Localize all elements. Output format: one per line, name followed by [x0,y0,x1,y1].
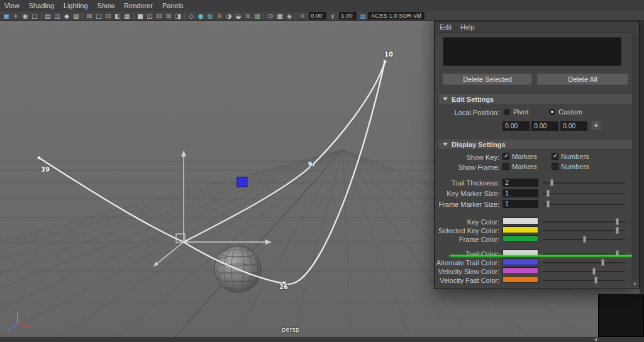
track-tool-icon[interactable]: + [11,12,20,20]
menu-renderer[interactable]: Renderer [124,2,153,9]
view-transform-icon[interactable]: ▦ [358,12,367,20]
shadows-icon[interactable]: ◑ [225,12,233,20]
color-label: Trail Color: [435,250,499,258]
trail-key-number: 39 [41,166,50,173]
select-tool-icon[interactable]: ▣ [2,12,11,20]
toolbar-separator [82,13,83,19]
dolly-tool-icon[interactable]: □ [30,12,39,20]
axis-orientation-gizmo [8,312,30,330]
trail-key-number: 10 [384,51,393,58]
color-label: Key Color: [435,218,499,226]
trail-key-number: 26 [279,284,288,290]
color-swatch[interactable] [502,235,538,242]
color-slider-track[interactable] [543,218,625,226]
color-settings: Key Color:Selected Key Color:Frame Color… [435,9,639,289]
motion-trail-editor-window: Motion Trail Editor — □ ✕ Edit Help Dele… [434,9,640,289]
editor-scrollbar[interactable] [632,35,638,280]
menu-shading[interactable]: Shading [29,2,54,9]
textured-icon[interactable]: ◍ [206,12,214,20]
xray-icon[interactable]: ▩ [275,12,284,20]
trail-key-marker[interactable] [38,157,40,159]
color-swatch[interactable] [502,267,538,274]
exposure-field[interactable]: 0.00 [309,12,326,19]
manipulator-y-arrow-icon[interactable] [181,150,186,157]
gamma-field[interactable]: 1.00 [339,12,357,19]
trail-key-number: 9 [308,161,313,168]
color-slider-handle[interactable] [583,236,586,243]
image-plane-icon[interactable]: ▧ [72,12,80,20]
manipulator-z-arrow-icon[interactable] [153,262,158,267]
camera-icon[interactable]: ▤ [43,12,52,20]
camera-label: persp [282,326,299,333]
color-swatch[interactable] [502,276,538,283]
panel-toolbar: ▣+◉□▤◫◆▧⊞□⊡◧▦■◫⊟⊞◨◇●◍☼◑◒≋▨⊙▩◈☼0.00γ1.00▦… [0,11,644,21]
menu-panels[interactable]: Panels [162,2,184,9]
layout-outliner-persp-icon[interactable]: ◨ [174,12,182,20]
screen-space-ao-icon[interactable]: ◒ [234,12,243,20]
use-all-lights-icon[interactable]: ☼ [215,12,224,20]
motion-trail[interactable] [38,60,386,284]
color-row: Key Color: [435,218,639,226]
toolbar-separator [133,13,134,19]
secondary-panel [598,294,644,337]
manipulator-x-arrow-icon[interactable] [265,240,272,245]
motion-blur-icon[interactable]: ≋ [243,12,252,20]
layout-two-panes-stacked-icon[interactable]: ⊟ [155,12,164,20]
color-swatch[interactable] [502,258,538,265]
camera-bookmark-icon[interactable]: ◆ [62,12,71,20]
color-slider-handle[interactable] [616,218,619,225]
color-swatch[interactable] [502,218,538,224]
selected-key-cube[interactable] [237,177,247,187]
color-slider-handle[interactable] [592,268,596,275]
color-row: Selected Key Color: [435,226,639,235]
layout-two-panes-side-icon[interactable]: ◫ [145,12,154,20]
gate-mask-icon[interactable]: ◧ [113,12,122,20]
tumble-tool-icon[interactable]: ◉ [21,12,30,20]
color-slider-track[interactable] [543,267,625,275]
film-gate-icon[interactable]: □ [94,12,103,20]
right-edge-strip [640,21,644,337]
toolbar-separator [296,13,296,19]
color-slider-track[interactable] [543,258,625,267]
color-row: Velocity Fast Color: [435,276,639,285]
color-row: Alternate Trail Color: [435,258,639,267]
color-swatch[interactable] [502,226,538,233]
color-slider-track[interactable] [543,235,625,243]
layout-single-pane-icon[interactable]: ■ [136,12,145,20]
color-row: Trail Color: [435,250,639,258]
grid-icon[interactable]: ⊞ [85,12,94,20]
layout-four-panes-icon[interactable]: ⊞ [164,12,173,20]
color-label: Selected Key Color: [435,226,499,234]
menu-view[interactable]: View [4,2,19,9]
motion-trail-path[interactable] [184,62,385,284]
color-slider-handle[interactable] [616,227,619,234]
wireframe-icon[interactable]: ◇ [187,12,196,20]
bottom-scroll-bar[interactable]: ◀ [0,337,644,342]
toolbar-separator [264,13,264,19]
isolate-select-icon[interactable]: ⊙ [266,12,275,20]
exposure-icon[interactable]: ☼ [298,12,307,20]
scroll-left-icon[interactable]: ◀ [594,337,597,342]
gamma-icon[interactable]: γ [328,12,337,20]
field-chart-icon[interactable]: ▦ [123,12,131,20]
color-label: Frame Color: [435,235,499,243]
trail-color-highlight-line [450,255,635,256]
maya-window: View Shading Lighting Show Renderer Pane… [0,0,644,342]
color-slider-track[interactable] [543,276,625,284]
scroll-down-icon[interactable]: ▾ [632,281,638,287]
anti-aliasing-icon[interactable]: ▨ [253,12,262,20]
color-slider-track[interactable] [543,250,625,258]
trail-key-marker[interactable] [384,60,386,63]
smooth-shade-icon[interactable]: ● [196,12,205,20]
color-slider-handle[interactable] [594,277,597,284]
color-slider-track[interactable] [543,226,625,234]
camera-lock-icon[interactable]: ◫ [53,12,62,20]
menu-lighting[interactable]: Lighting [64,2,88,9]
resolution-gate-icon[interactable]: ⊡ [104,12,113,20]
view-transform-label[interactable]: ACES 1.0 SDR-vid [368,12,425,19]
wireframe-on-shaded-icon[interactable]: ◈ [285,12,294,20]
color-slider-handle[interactable] [601,259,604,266]
toolbar-separator [41,13,42,19]
menu-show[interactable]: Show [97,2,115,9]
color-row: Velocity Slow Color: [435,267,639,276]
